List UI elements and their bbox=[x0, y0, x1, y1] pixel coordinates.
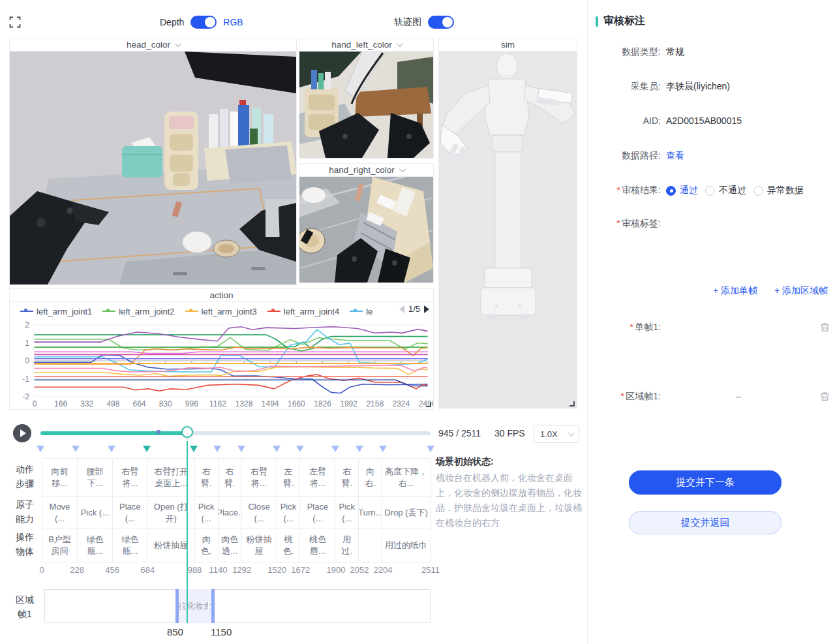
field-collector: 采集员: 李轶晨(liyichen) bbox=[588, 81, 835, 93]
timeline-marker-icon[interactable] bbox=[296, 446, 304, 452]
legend-marker-icon bbox=[350, 311, 363, 312]
action-step-cell: 腰部下... bbox=[78, 459, 113, 496]
speed-value: 1.0X bbox=[540, 429, 558, 439]
chart-legend-items: left_arm_joint1left_arm_joint2left_arm_j… bbox=[10, 303, 433, 320]
delete-region-frame-icon[interactable] bbox=[820, 391, 830, 401]
sim-title: sim bbox=[439, 38, 577, 52]
sim-viewport[interactable] bbox=[439, 52, 577, 408]
timeline-marker-icon[interactable] bbox=[237, 446, 245, 452]
scene-description: 梳妆台在机器人前，化妆盒在桌面上，化妆盒的侧边摆放着物品，化妆品，护肤品盒垃圾在… bbox=[436, 470, 584, 530]
playhead-line bbox=[187, 441, 188, 623]
action-step-cell: 向右. bbox=[359, 459, 382, 496]
action-step-cell: 右臂将... bbox=[242, 459, 277, 496]
hand-left-camera-selector[interactable]: hand_left_color bbox=[299, 38, 433, 52]
timeline-marker-icon[interactable] bbox=[108, 446, 115, 452]
object-cell bbox=[359, 529, 382, 562]
add-single-frame-link[interactable]: + 添加单帧 bbox=[713, 285, 757, 296]
legend-prev-icon[interactable] bbox=[399, 305, 404, 313]
hand-right-camera-title: hand_right_color bbox=[329, 165, 395, 175]
head-camera-selector[interactable]: head_color bbox=[10, 38, 296, 52]
play-button[interactable] bbox=[13, 424, 31, 442]
svg-text:166: 166 bbox=[54, 399, 67, 408]
steps-row: Move (...Pick (...Place (...Open (打开)Pic… bbox=[42, 497, 430, 529]
atomic-ability-cell: Close (... bbox=[242, 497, 277, 529]
svg-text:2324: 2324 bbox=[393, 399, 410, 408]
review-result-option[interactable]: 通过 bbox=[666, 185, 698, 196]
action-step-cell: 右臂. bbox=[195, 459, 219, 496]
fps-label: 30 FPS bbox=[494, 428, 525, 438]
single-frame-label: *单帧1: bbox=[588, 322, 661, 333]
row-label-region-frame: 区域帧1 bbox=[13, 592, 37, 621]
object-cell: B户型房间 bbox=[42, 529, 78, 562]
action-step-cell: 左臂. bbox=[277, 459, 301, 496]
timeline-marker-icon[interactable] bbox=[356, 446, 363, 452]
region-frame-segment[interactable]: 拉化妆盒 bbox=[175, 589, 215, 623]
resize-corner-icon[interactable] bbox=[426, 402, 431, 407]
hand-right-camera-selector[interactable]: hand_right_color bbox=[299, 164, 433, 177]
legend-label: left_arm_joint4 bbox=[284, 307, 339, 316]
legend-marker-icon bbox=[20, 311, 33, 312]
svg-text:2: 2 bbox=[25, 320, 29, 330]
action-chart-plot[interactable]: 210-1-2016633249866483099611621328149416… bbox=[10, 320, 433, 410]
review-result-option[interactable]: 异常数据 bbox=[753, 185, 804, 196]
timeline-marker-icon[interactable] bbox=[72, 446, 80, 452]
play-icon bbox=[20, 429, 26, 437]
action-chart-title-label: action bbox=[209, 290, 233, 300]
object-cell: 粉饼抽屉 bbox=[242, 529, 277, 562]
legend-item[interactable]: left_arm_joint4 bbox=[267, 307, 339, 316]
add-region-frame-link[interactable]: + 添加区域帧 bbox=[774, 285, 828, 296]
legend-next-icon[interactable] bbox=[424, 305, 429, 313]
region-tick-label: 850 bbox=[167, 626, 183, 637]
submit-next-button[interactable]: 提交并下一条 bbox=[629, 470, 782, 495]
steps-axis-labels: 0228456684988114012921520167219002052220… bbox=[42, 565, 431, 574]
hand-right-camera-panel: hand_right_color bbox=[299, 163, 434, 283]
radio-icon[interactable] bbox=[666, 186, 676, 196]
delete-single-frame-icon[interactable] bbox=[820, 322, 830, 332]
timeline-marker-icon[interactable] bbox=[190, 446, 198, 452]
svg-text:830: 830 bbox=[159, 399, 172, 408]
submit-back-button[interactable]: 提交并返回 bbox=[629, 511, 782, 534]
atomic-ability-cell: Pick (... bbox=[78, 497, 113, 529]
atomic-ability-cell: Pick (... bbox=[195, 497, 219, 529]
timeline-marker-icon[interactable] bbox=[213, 446, 221, 452]
hand-right-camera-image bbox=[299, 177, 433, 283]
timeline-marker-icon[interactable] bbox=[37, 446, 44, 452]
radio-option-label: 异常数据 bbox=[767, 185, 804, 196]
legend-item[interactable]: le bbox=[350, 307, 372, 316]
timeline-slider[interactable] bbox=[40, 431, 431, 435]
radio-icon[interactable] bbox=[705, 186, 715, 196]
timeline-handle[interactable] bbox=[181, 426, 193, 438]
legend-item[interactable]: left_arm_joint2 bbox=[102, 307, 174, 316]
region-frame-label: *区域帧1: bbox=[588, 391, 661, 403]
resize-corner-icon[interactable] bbox=[569, 401, 575, 406]
timeline-marker-icon[interactable] bbox=[427, 446, 434, 452]
object-cell: 绿色瓶... bbox=[113, 529, 148, 562]
steps-axis-tick: 1520 bbox=[267, 565, 286, 575]
action-step-cell: 左臂将... bbox=[300, 459, 335, 496]
region-frame-track[interactable]: 拉化妆盒 bbox=[44, 589, 431, 623]
review-result-option[interactable]: 不通过 bbox=[705, 185, 746, 196]
timeline-marker-icon[interactable] bbox=[143, 446, 151, 452]
sim-title-label: sim bbox=[501, 40, 515, 50]
radio-option-label: 通过 bbox=[680, 185, 698, 196]
legend-item[interactable]: left_arm_joint1 bbox=[20, 307, 92, 316]
head-camera-title: head_color bbox=[127, 40, 170, 50]
region-tick-label: 1150 bbox=[211, 626, 232, 637]
radio-icon[interactable] bbox=[753, 186, 763, 196]
object-cell: 肉色透... bbox=[219, 529, 242, 562]
timeline-marker-icon[interactable] bbox=[273, 446, 281, 452]
depth-rgb-switch[interactable] bbox=[190, 16, 217, 29]
atomic-ability-cell: Pick (... bbox=[335, 497, 359, 529]
data-path-view-link[interactable]: 查看 bbox=[666, 150, 684, 162]
atomic-ability-cell: Drop (丢下) bbox=[382, 497, 430, 529]
timeline-marker-icon[interactable] bbox=[379, 446, 387, 452]
legend-item[interactable]: left_arm_joint3 bbox=[185, 307, 257, 316]
trajectory-switch[interactable] bbox=[428, 16, 454, 29]
rgb-label: RGB bbox=[223, 17, 243, 27]
playback-speed-select[interactable]: 1.0X bbox=[534, 425, 579, 443]
field-aid: AID: A2D0015AB00015 bbox=[588, 115, 835, 126]
timeline-marker-icon[interactable] bbox=[331, 446, 339, 452]
fullscreen-icon[interactable] bbox=[9, 16, 21, 28]
steps-axis-tick: 228 bbox=[70, 565, 84, 575]
steps-axis-tick: 988 bbox=[188, 565, 202, 575]
